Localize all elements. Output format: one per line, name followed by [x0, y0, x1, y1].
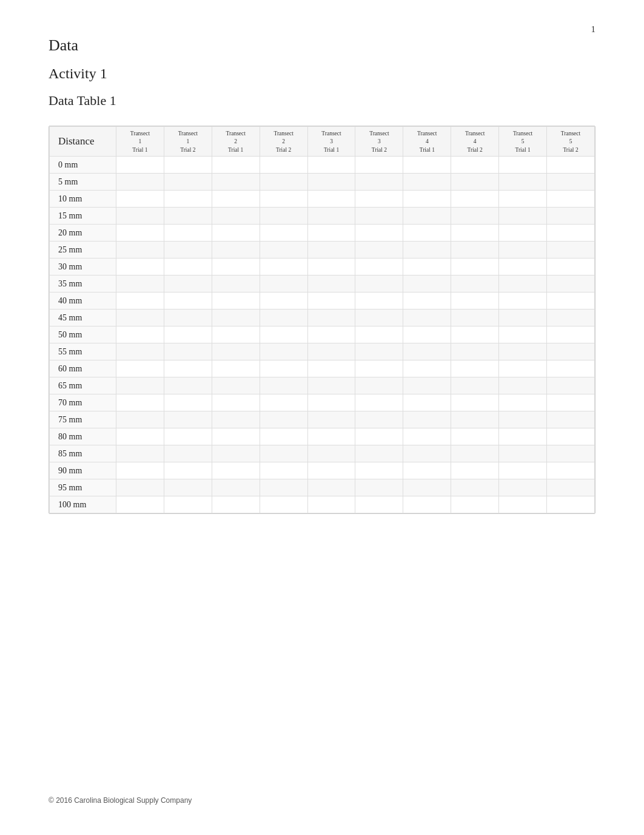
- data-cell[interactable]: [116, 292, 164, 309]
- data-cell[interactable]: [307, 462, 355, 479]
- data-cell[interactable]: [355, 259, 403, 276]
- data-cell[interactable]: [164, 394, 212, 411]
- data-cell[interactable]: [260, 191, 307, 208]
- data-cell[interactable]: [403, 259, 451, 276]
- data-cell[interactable]: [116, 208, 164, 225]
- data-cell[interactable]: [212, 394, 260, 411]
- data-cell[interactable]: [307, 377, 355, 394]
- data-cell[interactable]: [164, 326, 212, 343]
- data-cell[interactable]: [451, 157, 499, 174]
- data-cell[interactable]: [499, 259, 547, 276]
- data-cell[interactable]: [212, 157, 260, 174]
- data-cell[interactable]: [164, 309, 212, 326]
- data-cell[interactable]: [212, 343, 260, 360]
- data-cell[interactable]: [499, 377, 547, 394]
- data-cell[interactable]: [403, 191, 451, 208]
- data-cell[interactable]: [499, 242, 547, 259]
- data-cell[interactable]: [547, 343, 595, 360]
- data-cell[interactable]: [212, 309, 260, 326]
- data-cell[interactable]: [451, 174, 499, 191]
- data-cell[interactable]: [307, 479, 355, 496]
- data-cell[interactable]: [451, 479, 499, 496]
- data-cell[interactable]: [116, 309, 164, 326]
- data-cell[interactable]: [355, 208, 403, 225]
- data-cell[interactable]: [164, 411, 212, 428]
- data-cell[interactable]: [164, 496, 212, 513]
- data-cell[interactable]: [547, 174, 595, 191]
- data-cell[interactable]: [307, 394, 355, 411]
- data-cell[interactable]: [355, 242, 403, 259]
- data-cell[interactable]: [499, 174, 547, 191]
- data-cell[interactable]: [164, 242, 212, 259]
- data-cell[interactable]: [116, 462, 164, 479]
- data-cell[interactable]: [547, 394, 595, 411]
- data-cell[interactable]: [260, 309, 307, 326]
- data-cell[interactable]: [212, 496, 260, 513]
- data-cell[interactable]: [260, 428, 307, 445]
- data-cell[interactable]: [260, 157, 307, 174]
- data-cell[interactable]: [116, 343, 164, 360]
- data-cell[interactable]: [355, 360, 403, 377]
- data-cell[interactable]: [547, 309, 595, 326]
- data-cell[interactable]: [355, 394, 403, 411]
- data-cell[interactable]: [451, 360, 499, 377]
- data-cell[interactable]: [403, 309, 451, 326]
- data-cell[interactable]: [212, 208, 260, 225]
- data-cell[interactable]: [403, 428, 451, 445]
- data-cell[interactable]: [307, 157, 355, 174]
- data-cell[interactable]: [451, 242, 499, 259]
- data-cell[interactable]: [307, 445, 355, 462]
- data-cell[interactable]: [212, 326, 260, 343]
- data-cell[interactable]: [547, 242, 595, 259]
- data-cell[interactable]: [355, 343, 403, 360]
- data-cell[interactable]: [451, 462, 499, 479]
- data-cell[interactable]: [547, 276, 595, 292]
- data-cell[interactable]: [451, 411, 499, 428]
- data-cell[interactable]: [307, 208, 355, 225]
- data-cell[interactable]: [547, 377, 595, 394]
- data-cell[interactable]: [212, 428, 260, 445]
- data-cell[interactable]: [547, 462, 595, 479]
- data-cell[interactable]: [499, 479, 547, 496]
- data-cell[interactable]: [547, 428, 595, 445]
- data-cell[interactable]: [355, 377, 403, 394]
- data-cell[interactable]: [547, 292, 595, 309]
- data-cell[interactable]: [547, 225, 595, 242]
- data-cell[interactable]: [499, 326, 547, 343]
- data-cell[interactable]: [260, 394, 307, 411]
- data-cell[interactable]: [499, 360, 547, 377]
- data-cell[interactable]: [116, 394, 164, 411]
- data-cell[interactable]: [355, 462, 403, 479]
- data-cell[interactable]: [307, 292, 355, 309]
- data-cell[interactable]: [116, 411, 164, 428]
- data-cell[interactable]: [260, 208, 307, 225]
- data-cell[interactable]: [355, 225, 403, 242]
- data-cell[interactable]: [403, 292, 451, 309]
- data-cell[interactable]: [116, 479, 164, 496]
- data-cell[interactable]: [403, 479, 451, 496]
- data-cell[interactable]: [355, 428, 403, 445]
- data-cell[interactable]: [355, 445, 403, 462]
- data-cell[interactable]: [355, 174, 403, 191]
- data-cell[interactable]: [403, 174, 451, 191]
- data-cell[interactable]: [403, 225, 451, 242]
- data-cell[interactable]: [307, 326, 355, 343]
- data-cell[interactable]: [260, 343, 307, 360]
- data-cell[interactable]: [403, 462, 451, 479]
- data-cell[interactable]: [403, 208, 451, 225]
- data-cell[interactable]: [307, 496, 355, 513]
- data-cell[interactable]: [116, 191, 164, 208]
- data-cell[interactable]: [355, 479, 403, 496]
- data-cell[interactable]: [499, 496, 547, 513]
- data-cell[interactable]: [116, 157, 164, 174]
- data-cell[interactable]: [307, 411, 355, 428]
- data-cell[interactable]: [451, 445, 499, 462]
- data-cell[interactable]: [547, 445, 595, 462]
- data-cell[interactable]: [164, 462, 212, 479]
- data-cell[interactable]: [451, 276, 499, 292]
- data-cell[interactable]: [547, 360, 595, 377]
- data-cell[interactable]: [355, 411, 403, 428]
- data-cell[interactable]: [307, 276, 355, 292]
- data-cell[interactable]: [451, 343, 499, 360]
- data-cell[interactable]: [451, 208, 499, 225]
